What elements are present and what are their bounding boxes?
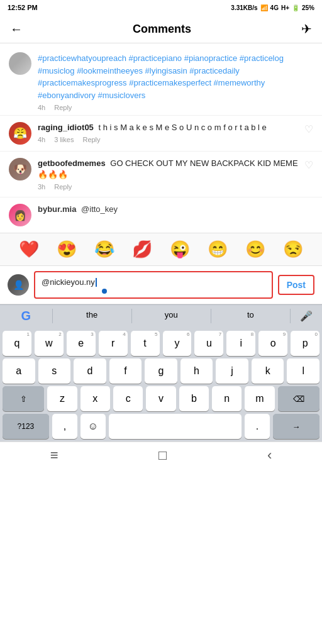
keyboard-suggestions: G the you to 🎤 <box>0 304 322 327</box>
battery-icon: 🔋 <box>292 4 299 11</box>
back-button[interactable]: ← <box>10 22 23 36</box>
key-r[interactable]: r4 <box>99 331 128 356</box>
comment-content-bybur: bybur.mia @itto_key <box>38 204 313 215</box>
emoji-bar: ❤️ 😍 😂 💋 😜 😁 😊 😒 <box>0 233 322 266</box>
key-row-4: ?123 , ☺ . → <box>3 414 319 439</box>
avatar-raging: 😤 <box>9 122 31 145</box>
username-raging[interactable]: raging_idiot05 <box>38 123 94 132</box>
status-bar: 12:52 PM 3.31KB/s 📶 4G H+ 🔋 25% <box>0 0 322 15</box>
key-v[interactable]: v <box>146 386 175 411</box>
key-g[interactable]: g <box>145 358 177 384</box>
key-f[interactable]: f <box>109 358 142 384</box>
post-button[interactable]: Post <box>278 275 314 295</box>
key-x[interactable]: x <box>80 386 110 411</box>
avatar <box>9 52 31 75</box>
reply-button-getboofed[interactable]: Reply <box>54 183 72 191</box>
username-bybur[interactable]: bybur.mia <box>38 204 76 214</box>
nav-menu-icon[interactable]: ≡ <box>50 447 58 464</box>
key-i[interactable]: i8 <box>226 331 255 356</box>
divider <box>0 115 322 116</box>
nav-home-icon[interactable]: □ <box>158 447 167 464</box>
emoji-grin[interactable]: 😁 <box>208 240 228 259</box>
emoji-wink[interactable]: 😜 <box>170 240 190 259</box>
hashtag-text: #practicewhatyoupreach #practicepiano #p… <box>38 52 313 101</box>
comment-bybur: 👩 bybur.mia @itto_key <box>0 199 322 226</box>
key-h[interactable]: h <box>180 358 213 384</box>
top-comment-time: 4h <box>38 104 45 111</box>
username-getboofed[interactable]: getboofedmemes <box>38 158 106 168</box>
user-avatar: 👤 <box>8 274 29 296</box>
divider3 <box>0 197 322 197</box>
comment-meta-raging: 4h 3 likes Reply <box>38 136 298 143</box>
key-k[interactable]: k <box>252 358 284 384</box>
comment-meta-getboofed: 3h Reply <box>38 183 298 191</box>
emoji-laugh[interactable]: 😂 <box>94 240 114 259</box>
comment-time-raging: 4h <box>38 136 45 143</box>
comment-input-text: @nickieyou.ny <box>42 277 95 287</box>
key-w[interactable]: w2 <box>35 331 64 356</box>
mic-icon[interactable]: 🎤 <box>291 309 322 323</box>
text-cursor <box>96 278 97 287</box>
suggestion-you[interactable]: you <box>132 309 211 323</box>
like-icon-raging[interactable]: ♡ <box>304 122 313 135</box>
comment-time-getboofed: 3h <box>38 183 45 191</box>
key-row-1: q1 w2 e3 r4 t5 y6 u7 i8 o9 p0 <box>3 331 319 356</box>
nav-back-icon[interactable]: ‹ <box>267 447 272 464</box>
comment-text-raging: raging_idiot05 t h i s M a k e s M e S o… <box>38 122 298 133</box>
key-a[interactable]: a <box>3 358 35 384</box>
key-z[interactable]: z <box>47 386 77 411</box>
emoji-key[interactable]: ☺ <box>80 414 106 439</box>
key-n[interactable]: n <box>212 386 242 411</box>
divider2 <box>0 151 322 152</box>
comment-input-wrapper: @nickieyou.ny <box>34 271 273 299</box>
comment-text-getboofed: getboofedmemes GO CHECK OUT MY NEW BACKP… <box>38 158 298 180</box>
comments-area: #practicewhatyoupreach #practicepiano #p… <box>0 43 322 233</box>
keyboard-rows: q1 w2 e3 r4 t5 y6 u7 i8 o9 p0 a s d f g … <box>0 327 322 441</box>
cursor-handle[interactable] <box>102 289 107 294</box>
emoji-unamused[interactable]: 😒 <box>283 240 303 259</box>
key-q[interactable]: q1 <box>3 331 31 356</box>
key-j[interactable]: j <box>216 358 248 384</box>
network-extra: H+ <box>281 4 289 11</box>
key-s[interactable]: s <box>38 358 71 384</box>
top-reply-button[interactable]: Reply <box>54 104 72 111</box>
key-p[interactable]: p0 <box>291 331 319 356</box>
emoji-heart[interactable]: ❤️ <box>19 240 39 259</box>
key-m[interactable]: m <box>245 386 274 411</box>
shift-key[interactable]: ⇧ <box>3 386 44 411</box>
key-l[interactable]: l <box>287 358 319 384</box>
suggestion-the[interactable]: the <box>53 309 132 323</box>
key-b[interactable]: b <box>179 386 209 411</box>
comment-body-bybur: @itto_key <box>81 204 118 214</box>
enter-key[interactable]: → <box>273 414 319 439</box>
comment-body-raging: t h i s M a k e s M e S o U n c o m f o … <box>98 123 266 132</box>
period-key[interactable]: . <box>245 414 270 439</box>
key-t[interactable]: t5 <box>131 331 160 356</box>
key-e[interactable]: e3 <box>67 331 96 356</box>
symbols-key[interactable]: ?123 <box>3 414 49 439</box>
google-logo: G <box>0 309 53 323</box>
status-icons: 3.31KB/s 📶 4G H+ 🔋 25% <box>231 4 314 11</box>
like-icon-getboofed[interactable]: ♡ <box>304 158 313 171</box>
key-o[interactable]: o9 <box>258 331 287 356</box>
time-display: 12:52 PM <box>8 4 38 11</box>
emoji-smile[interactable]: 😊 <box>245 240 265 259</box>
nav-bar: ≡ □ ‹ <box>0 441 322 469</box>
avatar-getboofed: 🐶 <box>9 158 31 180</box>
header: ← Comments ✈ <box>0 15 322 43</box>
key-d[interactable]: d <box>74 358 106 384</box>
top-comment-block: #practicewhatyoupreach #practicepiano #p… <box>0 50 322 114</box>
suggestion-to[interactable]: to <box>211 309 291 323</box>
space-key[interactable] <box>109 414 242 439</box>
key-u[interactable]: u7 <box>194 331 223 356</box>
emoji-heart-eyes[interactable]: 😍 <box>57 240 77 259</box>
reply-button-raging[interactable]: Reply <box>82 136 100 143</box>
backspace-key[interactable]: ⌫ <box>278 386 319 411</box>
comment-likes-raging[interactable]: 3 likes <box>54 136 74 143</box>
send-icon[interactable]: ✈ <box>301 21 312 36</box>
key-c[interactable]: c <box>113 386 143 411</box>
comment-text-bybur: bybur.mia @itto_key <box>38 204 313 215</box>
emoji-kiss[interactable]: 💋 <box>132 240 152 259</box>
comma-key[interactable]: , <box>52 414 77 439</box>
key-y[interactable]: y6 <box>163 331 192 356</box>
